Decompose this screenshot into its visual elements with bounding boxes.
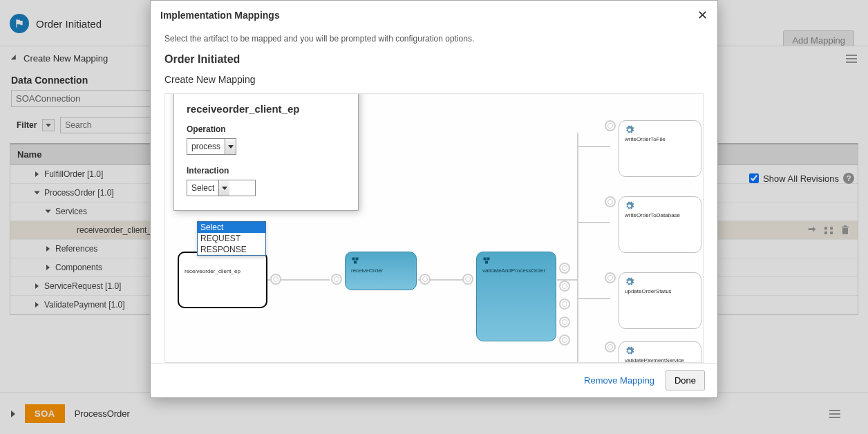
node-write-order-db[interactable]: writeOrderToDatabase [619, 196, 701, 253]
connector[interactable] [559, 263, 570, 274]
artifact-popover: receiveorder_client_ep Operation process… [173, 93, 359, 211]
node-write-order-file[interactable]: writeOrderToFile [619, 120, 701, 177]
interaction-label: Interaction [187, 166, 346, 176]
connector[interactable] [559, 317, 570, 328]
popover-title: receiveorder_client_ep [187, 103, 346, 115]
connector[interactable] [270, 274, 281, 285]
operation-label: Operation [187, 124, 346, 134]
interaction-select[interactable]: Select [187, 180, 256, 196]
connector[interactable] [559, 281, 570, 292]
modal-heading: Order Initiated [164, 53, 704, 66]
connector[interactable] [419, 274, 431, 285]
node-validate-process[interactable]: validateAndProcessOrder [476, 252, 556, 341]
svg-rect-4 [352, 258, 355, 261]
implementation-mappings-modal: Implementation Mappings ✕ Select the art… [150, 0, 718, 398]
svg-rect-8 [487, 258, 490, 261]
remove-mapping-button[interactable]: Remove Mapping [584, 375, 654, 386]
option-request[interactable]: REQUEST [198, 233, 265, 244]
modal-overlay: Implementation Mappings ✕ Select the art… [0, 0, 868, 434]
gear-icon [625, 277, 634, 287]
connector[interactable] [605, 196, 616, 207]
connector[interactable] [605, 120, 616, 131]
modal-subheading: Create New Mapping [164, 74, 704, 85]
modal-subtext: Select the artifact to be mapped and you… [164, 34, 704, 44]
svg-rect-9 [485, 261, 488, 264]
gear-icon [625, 201, 634, 211]
option-response[interactable]: RESPONSE [198, 244, 265, 255]
node-receiveorder-client[interactable]: receiveorder_client_ep [178, 252, 267, 308]
connector[interactable] [605, 272, 616, 283]
chevron-down-icon [225, 139, 236, 154]
gear-icon [625, 346, 634, 356]
connector[interactable] [462, 274, 473, 285]
gear-icon [625, 125, 634, 135]
modal-title: Implementation Mappings [160, 10, 280, 21]
connector[interactable] [605, 341, 616, 352]
connector[interactable] [559, 334, 570, 346]
svg-rect-6 [354, 261, 357, 264]
node-update-order-status[interactable]: updateOrderStatus [619, 272, 701, 329]
operation-select[interactable]: process [187, 138, 236, 155]
connector[interactable] [331, 274, 342, 285]
close-icon[interactable]: ✕ [697, 8, 708, 23]
node-receiveorder[interactable]: receiveOrder [345, 252, 417, 290]
chevron-down-icon [218, 180, 229, 196]
done-button[interactable]: Done [666, 370, 705, 390]
composite-diagram[interactable]: receiveorder_client_ep receiveOrder va [164, 93, 704, 363]
connector[interactable] [559, 299, 570, 310]
option-select[interactable]: Select [198, 222, 265, 233]
node-validate-payment-service[interactable]: validatePaymentService [619, 341, 701, 363]
svg-rect-5 [356, 258, 359, 261]
svg-rect-7 [484, 258, 487, 261]
interaction-dropdown[interactable]: Select REQUEST RESPONSE [197, 221, 266, 256]
